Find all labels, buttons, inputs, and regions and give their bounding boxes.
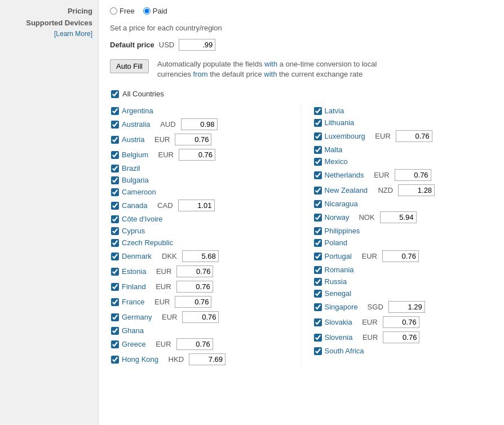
country-link[interactable]: Bulgaria (122, 176, 149, 184)
country-price-input[interactable] (380, 211, 417, 223)
country-checkbox[interactable] (314, 146, 322, 154)
country-price-input[interactable] (176, 265, 213, 277)
country-checkbox[interactable] (111, 327, 119, 335)
country-link[interactable]: Romania (325, 265, 354, 274)
all-countries-checkbox[interactable] (111, 90, 119, 98)
country-checkbox[interactable] (111, 151, 119, 159)
country-checkbox[interactable] (314, 239, 322, 247)
country-link[interactable]: Cyprus (122, 227, 145, 235)
country-checkbox[interactable] (111, 176, 119, 184)
country-checkbox[interactable] (111, 298, 119, 306)
country-checkbox[interactable] (314, 200, 322, 208)
country-link[interactable]: Philippines (325, 227, 360, 235)
country-link[interactable]: Czech Republic (122, 238, 173, 247)
country-link[interactable]: Luxembourg (325, 132, 365, 140)
country-link[interactable]: Estonia (122, 267, 146, 276)
country-link[interactable]: South Africa (325, 347, 364, 355)
country-link[interactable]: Australia (122, 120, 151, 129)
country-checkbox[interactable] (314, 266, 322, 274)
country-checkbox[interactable] (314, 290, 322, 298)
paid-radio[interactable] (143, 7, 151, 15)
learn-more-link[interactable]: [Learn More] (54, 30, 92, 38)
country-checkbox[interactable] (314, 214, 322, 222)
country-checkbox[interactable] (314, 158, 322, 166)
country-link[interactable]: France (122, 298, 144, 306)
country-checkbox[interactable] (111, 283, 119, 291)
country-checkbox[interactable] (111, 227, 119, 235)
country-price-input[interactable] (383, 316, 419, 328)
country-checkbox[interactable] (111, 188, 119, 196)
country-link[interactable]: Germany (122, 313, 152, 321)
country-link[interactable]: Senegal (325, 289, 352, 298)
country-link[interactable]: Cameroon (122, 188, 156, 196)
country-link[interactable]: Nicaragua (325, 200, 358, 208)
country-checkbox[interactable] (111, 202, 119, 210)
country-checkbox[interactable] (314, 187, 322, 194)
country-link[interactable]: Argentina (122, 107, 153, 115)
country-checkbox[interactable] (314, 347, 322, 355)
country-checkbox[interactable] (111, 239, 119, 247)
country-price-input[interactable] (181, 118, 218, 130)
country-price-input[interactable] (176, 338, 213, 350)
default-price-input[interactable] (179, 39, 215, 51)
country-link[interactable]: Austria (122, 135, 144, 144)
country-link[interactable]: Russia (325, 277, 347, 286)
country-link[interactable]: Ghana (122, 326, 144, 335)
country-checkbox[interactable] (314, 132, 322, 140)
country-link[interactable]: Slovakia (325, 318, 352, 326)
country-checkbox[interactable] (111, 121, 119, 129)
country-link[interactable]: Belgium (122, 150, 148, 159)
free-radio-label[interactable]: Free (110, 7, 135, 15)
country-link[interactable]: Finland (122, 282, 146, 291)
country-link[interactable]: Singapore (325, 303, 358, 311)
country-checkbox[interactable] (314, 334, 322, 342)
country-checkbox[interactable] (314, 171, 322, 179)
country-checkbox[interactable] (314, 253, 322, 260)
country-checkbox[interactable] (111, 340, 119, 348)
country-price-input[interactable] (175, 296, 211, 308)
country-price-input[interactable] (383, 331, 419, 343)
country-checkbox[interactable] (111, 313, 119, 321)
country-link[interactable]: New Zealand (325, 186, 368, 194)
country-price-input[interactable] (382, 250, 419, 262)
country-checkbox[interactable] (314, 318, 322, 326)
country-checkbox[interactable] (111, 356, 119, 364)
country-link[interactable]: Portugal (325, 252, 352, 260)
country-link[interactable]: Malta (325, 145, 343, 154)
country-link[interactable]: Norway (325, 213, 350, 222)
country-checkbox[interactable] (314, 227, 322, 235)
country-checkbox[interactable] (314, 107, 322, 115)
country-link[interactable]: Canada (122, 201, 148, 210)
country-price-input[interactable] (176, 281, 213, 293)
country-link[interactable]: Slovenia (325, 333, 353, 342)
country-price-input[interactable] (398, 184, 435, 196)
country-link[interactable]: Latvia (325, 107, 344, 115)
country-link[interactable]: Lithuania (325, 118, 355, 127)
country-checkbox[interactable] (111, 165, 119, 172)
country-price-input[interactable] (189, 353, 226, 365)
country-checkbox[interactable] (111, 253, 119, 260)
country-link[interactable]: Hong Kong (122, 355, 158, 364)
country-checkbox[interactable] (111, 107, 119, 115)
country-link[interactable]: Poland (325, 238, 347, 247)
country-price-input[interactable] (388, 301, 425, 313)
country-checkbox[interactable] (314, 278, 322, 286)
country-price-input[interactable] (396, 130, 432, 142)
country-checkbox[interactable] (314, 303, 322, 311)
country-link[interactable]: Côte d'Ivoire (122, 215, 163, 223)
country-checkbox[interactable] (111, 215, 119, 223)
country-link[interactable]: Greece (122, 340, 146, 348)
country-price-input[interactable] (395, 169, 431, 181)
country-checkbox[interactable] (314, 119, 322, 127)
country-price-input[interactable] (182, 250, 219, 262)
paid-radio-label[interactable]: Paid (143, 7, 167, 15)
free-radio[interactable] (110, 7, 117, 15)
autofill-button[interactable]: Auto Fill (110, 59, 149, 73)
country-link[interactable]: Brazil (122, 164, 140, 172)
country-checkbox[interactable] (111, 268, 119, 276)
country-price-input[interactable] (182, 311, 219, 323)
country-price-input[interactable] (178, 200, 215, 211)
country-link[interactable]: Mexico (325, 157, 348, 166)
country-link[interactable]: Denmark (122, 252, 152, 260)
country-price-input[interactable] (179, 149, 215, 161)
